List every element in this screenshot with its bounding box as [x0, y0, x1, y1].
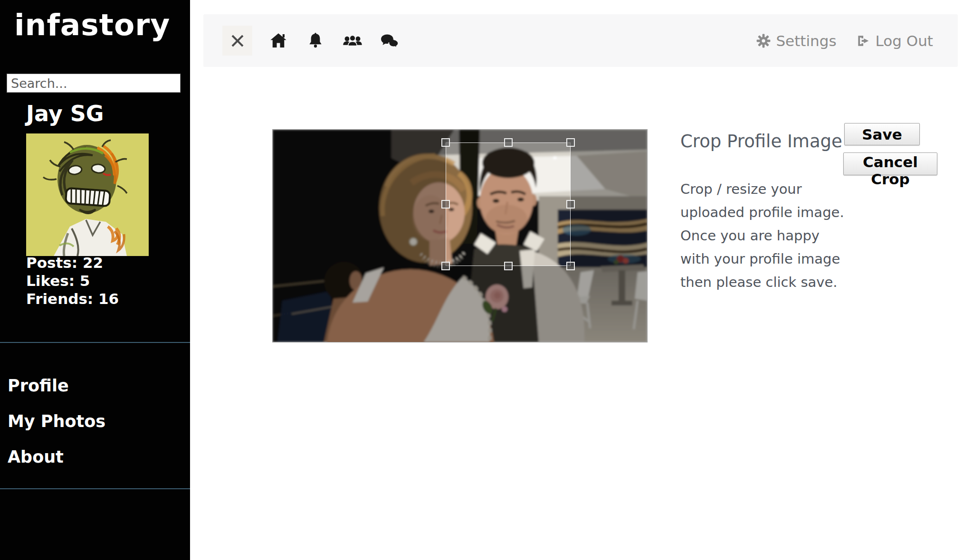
crop-description: Crop / resize your uploaded profile imag… [680, 178, 848, 294]
friends-button[interactable] [342, 26, 363, 56]
sidebar-item-profile[interactable]: Profile [8, 376, 69, 395]
crop-handle-bottom-middle[interactable] [504, 262, 513, 270]
settings-label: Settings [776, 32, 836, 49]
save-button[interactable]: Save [844, 123, 920, 145]
bell-icon [306, 31, 325, 50]
gear-icon [756, 33, 771, 48]
crop-dim-overlay [273, 142, 446, 266]
home-button[interactable] [267, 26, 289, 56]
users-icon [342, 31, 363, 51]
crop-handle-top-right[interactable] [566, 138, 575, 147]
sidebar: infastory Jay SG [0, 0, 190, 560]
crop-selection[interactable] [446, 142, 571, 266]
messages-button[interactable] [379, 26, 401, 56]
sign-out-icon [856, 33, 871, 48]
crop-dim-overlay [273, 130, 647, 142]
avatar [26, 133, 149, 256]
user-stats: Posts: 22 Likes: 5 Friends: 16 [26, 254, 119, 308]
topbar-right: Settings Log Out [756, 32, 933, 49]
notifications-button[interactable] [305, 26, 326, 56]
search-input[interactable] [7, 74, 181, 93]
sidebar-divider [0, 342, 190, 343]
crop-dim-overlay [571, 142, 647, 266]
settings-button[interactable]: Settings [756, 32, 836, 49]
crop-photo-area[interactable] [272, 129, 648, 342]
brand-logo: infastory [14, 8, 170, 42]
close-button[interactable] [222, 26, 252, 56]
logout-label: Log Out [876, 32, 933, 49]
user-name: Jay SG [26, 101, 104, 126]
crop-handle-middle-left[interactable] [441, 200, 450, 209]
stat-likes: Likes: 5 [26, 272, 119, 290]
home-icon [268, 31, 288, 51]
logout-button[interactable]: Log Out [856, 32, 933, 49]
topbar: Settings Log Out [203, 14, 958, 67]
page-title: Crop Profile Image [680, 131, 842, 152]
crop-dim-overlay [273, 266, 647, 342]
crop-handle-top-middle[interactable] [504, 138, 513, 147]
sidebar-divider [0, 488, 190, 489]
crop-handle-top-left[interactable] [441, 138, 450, 147]
crop-handle-middle-right[interactable] [566, 200, 575, 209]
crop-handle-bottom-left[interactable] [441, 262, 450, 270]
stat-friends: Friends: 16 [26, 290, 119, 308]
close-icon [229, 32, 247, 50]
sidebar-item-about[interactable]: About [8, 447, 64, 466]
cancel-crop-button[interactable]: Cancel Crop [843, 152, 937, 175]
stat-posts: Posts: 22 [26, 254, 119, 272]
crop-handle-bottom-right[interactable] [566, 262, 575, 270]
chat-icon [379, 31, 400, 51]
sidebar-item-my-photos[interactable]: My Photos [8, 412, 105, 431]
